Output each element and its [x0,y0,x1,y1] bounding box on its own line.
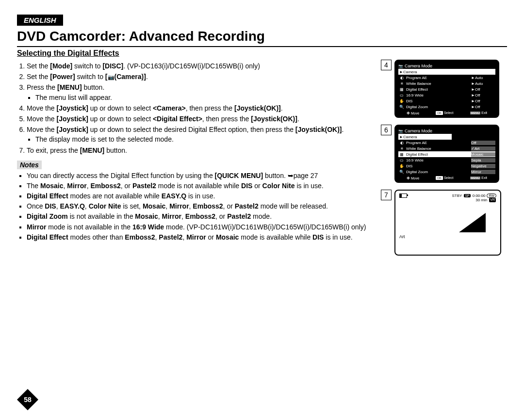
step-4: Move the [Joystick] up or down to select… [27,104,376,113]
step-5: Move the [Joystick] up or down to select… [27,114,376,123]
effect-label: Art [399,234,496,239]
menu-icon: ✋ [398,99,405,103]
stby-label: STBY [452,194,462,198]
page-number: 58 [17,389,38,410]
menu-icon: ✋ [398,164,405,168]
menu-value: ►Off [471,87,495,92]
menu-camera: ►Camera [398,70,495,74]
note-3: Digital Effect modes are not available w… [27,192,376,200]
note-7: Digital Effect modes other than Emboss2,… [27,233,376,242]
note-2: The Mosaic, Mirror, Emboss2, or Pastel2 … [27,181,376,190]
sp-badge: SP [464,194,470,197]
menu-icon: 🔍 [398,105,405,109]
step-1: Set the [Mode] switch to [DISC]. (VP-DC1… [27,62,376,70]
note-6: Mirror mode is not available in the 16:9… [27,223,376,231]
menu-item: DIS [405,164,471,168]
step-3-sub: The menu list will appear. [35,93,376,102]
menu-icon: ◐ [398,76,405,80]
menu-value: ►Off [471,105,495,109]
menu-item: White Balance [405,146,471,151]
menu-value: Sepia [471,158,495,162]
menu-item: White Balance [405,81,471,86]
menu-value: Mirror [471,170,495,174]
figures-column: 4 📷Camera Mode ►Camera ◐Program AE►Auto … [381,60,507,262]
step-6: Move the [Joystick] up or down to select… [27,125,376,144]
menu-icon: 🔍 [398,170,405,174]
page-title: DVD Camcorder: Advanced Recording [17,29,507,47]
menu-camera: ►Camera [398,135,452,139]
camcorder-screen-4: 📷Camera Mode ►Camera ◐Program AE►Auto ✳W… [394,60,499,118]
camera-icon: 📷 [398,64,403,68]
camcorder-screen-6: 📷Camera Mode ►Camera ◐Program AEOff ✳Whi… [394,125,499,183]
menu-value: Off [471,141,495,145]
section-title: Selecting the Digital Effects [17,49,507,58]
figure-6: 6 📷Camera Mode ►Camera ◐Program AEOff ✳W… [381,125,507,183]
vr-badge: VR [489,198,496,202]
menu-value: ►Auto [471,76,495,80]
step-3: Press the [MENU] button. The menu list w… [27,83,376,101]
figure-7: 7 STBY SP 0:00:00 RW 30 min VR Art [381,190,507,256]
menu-icon: ▦ [398,152,405,157]
screen-footer: ✥ MoveOK SelectMENU Exit [398,175,495,181]
note-4: Once DIS, EASY.Q, Color Nite is set, Mos… [27,202,376,210]
remaining-time: 30 min [475,198,487,202]
menu-item: DIS [405,99,471,103]
menu-value: ►Off [471,99,495,103]
menu-item: Digital Zoom [405,170,471,174]
content: Set the [Mode] switch to [DISC]. (VP-DC1… [17,60,507,262]
menu-icon: ✳ [398,146,405,151]
menu-item: Program AE [405,76,471,80]
menu-value: ►Off [471,93,495,97]
menu-icon: ◐ [398,141,405,145]
menu-icon: ▦ [398,87,405,92]
notes-label: Notes [17,161,42,169]
figure-4: 4 📷Camera Mode ►Camera ◐Program AE►Auto … [381,60,507,118]
language-tab: ENGLISH [17,15,63,26]
time-label: 0:00:00 [473,194,486,198]
figure-number: 4 [381,60,392,70]
step-7: To exit, press the [MENU] button. [27,146,376,155]
menu-value: Mosaic [471,152,495,157]
steps-list: Set the [Mode] switch to [DISC]. (VP-DC1… [17,62,376,155]
screen-footer: ✥ MoveOK SelectMENU Exit [398,110,495,116]
menu-item: Digital Effect [405,87,471,92]
mountain-graphic [459,213,486,232]
menu-icon: ▭ [398,93,405,97]
menu-item: 16:9 Wide [405,158,471,162]
menu-icon: ▭ [398,158,405,162]
menu-item-selected: Digital Effect [405,152,471,157]
note-5: Digital Zoom is not available in the Mos… [27,212,376,221]
menu-item: Digital Zoom [405,105,471,109]
camera-icon: 📷 [108,74,115,81]
screen-title: Camera Mode [405,129,432,133]
figure-number: 6 [381,125,392,135]
note-1: You can directly access the Digital Effe… [27,171,376,180]
step-2: Set the [Power] switch to [📷(Camera)]. [27,72,376,81]
menu-value: ✓Art [471,146,495,151]
menu-value: ►Auto [471,81,495,86]
notes-list: You can directly access the Digital Effe… [27,171,376,242]
rw-badge: RW [487,194,496,198]
menu-value: Negative [471,164,495,168]
menu-icon: ✳ [398,81,405,86]
screen-title: Camera Mode [405,64,432,68]
menu-item: Program AE [405,141,471,145]
battery-icon [399,194,407,198]
camera-icon: 📷 [398,129,403,133]
step-6-sub: The display mode is set to the selected … [35,135,376,144]
menu-item: 16:9 Wide [405,93,471,97]
camcorder-screen-7: STBY SP 0:00:00 RW 30 min VR Art [394,190,501,256]
instructions-column: Set the [Mode] switch to [DISC]. (VP-DC1… [17,60,376,262]
figure-number: 7 [381,190,392,200]
